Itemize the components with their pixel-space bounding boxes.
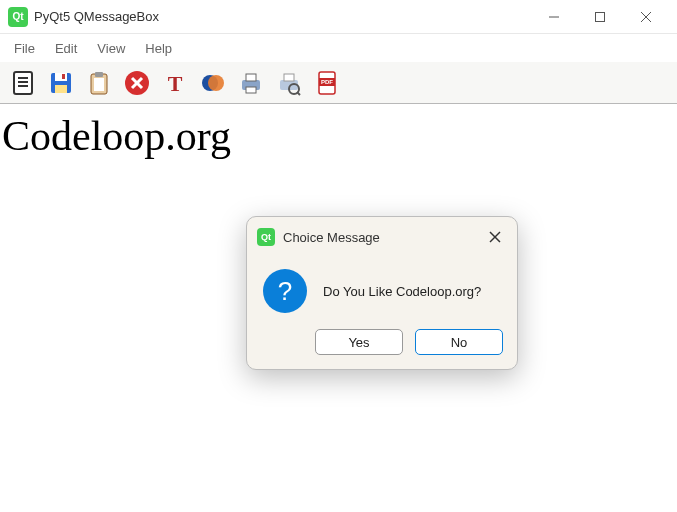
svg-text:T: T bbox=[168, 71, 183, 96]
export-pdf-icon[interactable]: PDF bbox=[310, 66, 344, 100]
menu-file[interactable]: File bbox=[4, 37, 45, 60]
svg-line-27 bbox=[297, 92, 300, 95]
menu-view[interactable]: View bbox=[87, 37, 135, 60]
editor-area[interactable]: Codeloop.org bbox=[0, 104, 677, 168]
no-button[interactable]: No bbox=[415, 329, 503, 355]
dialog-qt-icon: Qt bbox=[257, 228, 275, 246]
menubar: File Edit View Help bbox=[0, 34, 677, 62]
svg-rect-22 bbox=[246, 74, 256, 81]
dialog-titlebar: Qt Choice Message bbox=[247, 217, 517, 255]
new-doc-icon[interactable] bbox=[6, 66, 40, 100]
messagebox-dialog: Qt Choice Message ? Do You Like Codeloop… bbox=[246, 216, 518, 370]
svg-rect-14 bbox=[95, 72, 103, 77]
question-icon: ? bbox=[263, 269, 307, 313]
dialog-title: Choice Message bbox=[283, 230, 483, 245]
color-icon[interactable] bbox=[196, 66, 230, 100]
page-heading: Codeloop.org bbox=[2, 112, 673, 160]
text-style-icon[interactable]: T bbox=[158, 66, 192, 100]
close-button[interactable] bbox=[623, 0, 669, 34]
dialog-close-button[interactable] bbox=[483, 225, 507, 249]
delete-icon[interactable] bbox=[120, 66, 154, 100]
app-qt-icon: Qt bbox=[8, 7, 28, 27]
dialog-button-row: Yes No bbox=[247, 319, 517, 369]
print-preview-icon[interactable] bbox=[272, 66, 306, 100]
maximize-button[interactable] bbox=[577, 0, 623, 34]
clipboard-icon[interactable] bbox=[82, 66, 116, 100]
svg-rect-23 bbox=[246, 87, 256, 93]
print-icon[interactable] bbox=[234, 66, 268, 100]
dialog-message: Do You Like Codeloop.org? bbox=[323, 284, 481, 299]
svg-rect-1 bbox=[596, 12, 605, 21]
menu-edit[interactable]: Edit bbox=[45, 37, 87, 60]
svg-rect-11 bbox=[62, 74, 65, 79]
svg-rect-9 bbox=[55, 73, 67, 81]
question-glyph: ? bbox=[278, 276, 292, 307]
svg-rect-13 bbox=[94, 78, 104, 91]
dialog-body: ? Do You Like Codeloop.org? bbox=[247, 255, 517, 319]
svg-rect-25 bbox=[284, 74, 294, 81]
window-title: PyQt5 QMessageBox bbox=[34, 9, 159, 24]
save-icon[interactable] bbox=[44, 66, 78, 100]
svg-text:PDF: PDF bbox=[321, 79, 333, 85]
titlebar: Qt PyQt5 QMessageBox bbox=[0, 0, 677, 34]
yes-button[interactable]: Yes bbox=[315, 329, 403, 355]
minimize-button[interactable] bbox=[531, 0, 577, 34]
svg-rect-10 bbox=[55, 85, 67, 93]
toolbar: T PDF bbox=[0, 62, 677, 104]
menu-help[interactable]: Help bbox=[135, 37, 182, 60]
svg-point-20 bbox=[208, 75, 224, 91]
